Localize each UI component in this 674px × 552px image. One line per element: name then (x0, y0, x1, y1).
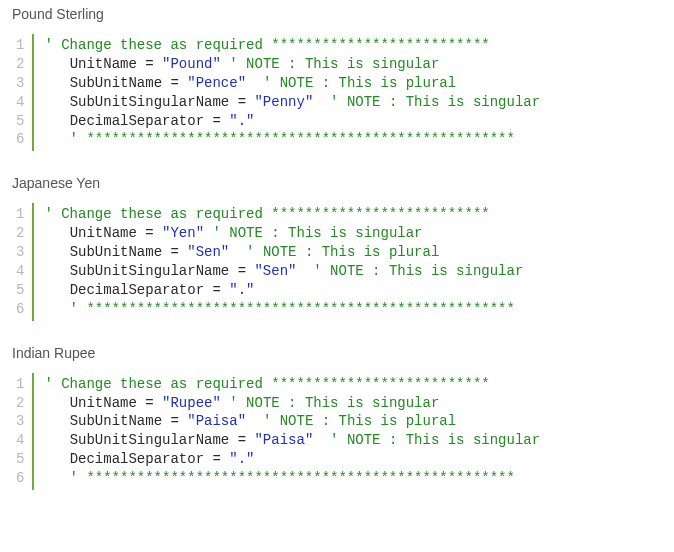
code-line: UnitName = "Yen" ' NOTE : This is singul… (44, 224, 523, 243)
code-token: ' Change these as required *************… (44, 206, 489, 222)
code-token: "Sen" (254, 263, 296, 279)
code-token: SubUnitName (70, 413, 171, 429)
code-token: ' NOTE : This is plural (246, 413, 456, 429)
code-line: ' Change these as required *************… (44, 36, 540, 55)
code-token: "Pound" (162, 56, 221, 72)
code-token: = (145, 225, 162, 241)
code-block: 123456' Change these as required *******… (12, 203, 662, 320)
line-number: 6 (16, 469, 24, 488)
code-token (44, 432, 69, 448)
code-line: SubUnitSingularName = "Penny" ' NOTE : T… (44, 93, 540, 112)
code-token: UnitName (70, 225, 146, 241)
code-content: ' Change these as required *************… (34, 373, 540, 490)
code-token: ' NOTE : This is singular (313, 94, 540, 110)
code-content: ' Change these as required *************… (34, 203, 523, 320)
code-token: "Sen" (187, 244, 229, 260)
code-block: 123456' Change these as required *******… (12, 34, 662, 151)
code-token: ' NOTE : This is singular (296, 263, 523, 279)
line-number: 4 (16, 262, 24, 281)
code-block: 123456' Change these as required *******… (12, 373, 662, 490)
line-number-gutter: 123456 (12, 373, 34, 490)
code-line: SubUnitName = "Sen" ' NOTE : This is plu… (44, 243, 523, 262)
code-line: SubUnitName = "Pence" ' NOTE : This is p… (44, 74, 540, 93)
code-content: ' Change these as required *************… (34, 34, 540, 151)
code-token: SubUnitSingularName (70, 432, 238, 448)
code-token: ' **************************************… (44, 301, 514, 317)
code-token: "Yen" (162, 225, 204, 241)
line-number: 3 (16, 412, 24, 431)
code-token: "." (229, 282, 254, 298)
code-token: = (212, 282, 229, 298)
code-line: ' Change these as required *************… (44, 375, 540, 394)
code-token (44, 263, 69, 279)
code-token: "Rupee" (162, 395, 221, 411)
code-token (44, 94, 69, 110)
line-number: 1 (16, 205, 24, 224)
line-number: 3 (16, 74, 24, 93)
code-line: UnitName = "Rupee" ' NOTE : This is sing… (44, 394, 540, 413)
code-token: "." (229, 113, 254, 129)
code-line: ' **************************************… (44, 469, 540, 488)
code-token: = (212, 113, 229, 129)
code-line: DecimalSeparator = "." (44, 112, 540, 131)
section-title: Japanese Yen (0, 169, 674, 203)
code-token: ' NOTE : This is singular (221, 56, 439, 72)
document-root: Pound Sterling123456' Change these as re… (0, 0, 674, 490)
code-token: "Paisa" (254, 432, 313, 448)
code-token: ' NOTE : This is singular (313, 432, 540, 448)
code-line: ' **************************************… (44, 130, 540, 149)
code-token: = (212, 451, 229, 467)
code-token: UnitName (70, 395, 146, 411)
code-token (44, 244, 69, 260)
code-token: ' Change these as required *************… (44, 376, 489, 392)
code-token (44, 113, 69, 129)
code-line: SubUnitSingularName = "Sen" ' NOTE : Thi… (44, 262, 523, 281)
code-line: DecimalSeparator = "." (44, 450, 540, 469)
code-line: ' Change these as required *************… (44, 205, 523, 224)
code-token: "." (229, 451, 254, 467)
code-token: "Pence" (187, 75, 246, 91)
code-token: DecimalSeparator (70, 282, 213, 298)
code-line: DecimalSeparator = "." (44, 281, 523, 300)
code-token: "Paisa" (187, 413, 246, 429)
line-number-gutter: 123456 (12, 34, 34, 151)
code-token (44, 451, 69, 467)
line-number: 5 (16, 112, 24, 131)
code-token: SubUnitName (70, 75, 171, 91)
line-number: 2 (16, 394, 24, 413)
line-number: 2 (16, 55, 24, 74)
code-token (44, 395, 69, 411)
line-number: 5 (16, 450, 24, 469)
code-token: = (238, 94, 255, 110)
code-line: ' **************************************… (44, 300, 523, 319)
code-token: SubUnitName (70, 244, 171, 260)
code-token: = (170, 244, 187, 260)
line-number: 3 (16, 243, 24, 262)
code-token (44, 282, 69, 298)
code-token: UnitName (70, 56, 146, 72)
line-number: 4 (16, 93, 24, 112)
code-token (44, 413, 69, 429)
line-number-gutter: 123456 (12, 203, 34, 320)
line-number: 4 (16, 431, 24, 450)
code-token: SubUnitSingularName (70, 263, 238, 279)
code-token: = (170, 413, 187, 429)
code-token: ' NOTE : This is singular (221, 395, 439, 411)
code-line: SubUnitSingularName = "Paisa" ' NOTE : T… (44, 431, 540, 450)
code-token: SubUnitSingularName (70, 94, 238, 110)
code-token: ' **************************************… (44, 470, 514, 486)
line-number: 1 (16, 375, 24, 394)
code-line: UnitName = "Pound" ' NOTE : This is sing… (44, 55, 540, 74)
code-token: = (145, 395, 162, 411)
line-number: 6 (16, 300, 24, 319)
code-token (44, 75, 69, 91)
code-line: SubUnitName = "Paisa" ' NOTE : This is p… (44, 412, 540, 431)
code-token: ' **************************************… (44, 131, 514, 147)
code-token (44, 225, 69, 241)
code-token: "Penny" (254, 94, 313, 110)
line-number: 6 (16, 130, 24, 149)
code-token: DecimalSeparator (70, 113, 213, 129)
code-token: ' NOTE : This is plural (229, 244, 439, 260)
code-token: ' NOTE : This is singular (204, 225, 422, 241)
section-title: Indian Rupee (0, 339, 674, 373)
